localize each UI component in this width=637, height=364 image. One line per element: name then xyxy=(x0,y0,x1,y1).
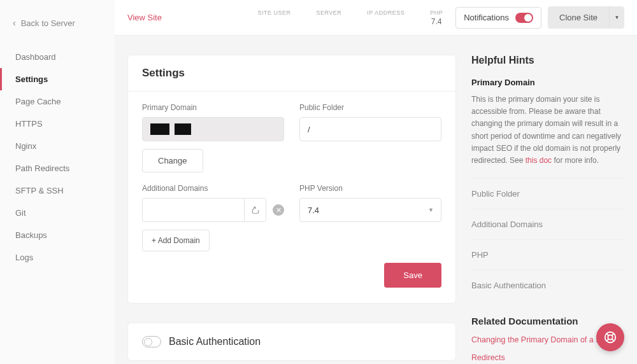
sidebar-item-dashboard[interactable]: Dashboard xyxy=(0,46,115,68)
meta-server: SERVER xyxy=(316,10,341,26)
meta-php: PHP 7.4 xyxy=(430,10,443,26)
public-folder-input[interactable] xyxy=(299,117,441,141)
help-fab[interactable] xyxy=(596,323,624,351)
sidebar-item-sftp-ssh[interactable]: SFTP & SSH xyxy=(0,179,115,202)
svg-line-4 xyxy=(612,333,614,335)
toggle-on-icon xyxy=(515,13,533,23)
additional-domains-label: Additional Domains xyxy=(142,184,284,193)
topbar: View Site SITE USER SERVER IP ADDRESS PH… xyxy=(115,0,637,36)
svg-line-5 xyxy=(606,339,608,341)
back-label: Back to Server xyxy=(21,18,75,28)
main-content: Settings Primary Domain Change xyxy=(115,36,637,364)
clone-site-button[interactable]: Clone Site xyxy=(548,6,609,29)
hints-link-php[interactable]: PHP xyxy=(471,239,624,270)
settings-title: Settings xyxy=(142,67,441,80)
notifications-toggle[interactable]: Notifications xyxy=(455,7,541,29)
related-link-1[interactable]: Redirects xyxy=(471,353,624,362)
add-domain-button[interactable]: + Add Domain xyxy=(142,230,210,251)
clone-site-group: Clone Site ▼ xyxy=(548,6,624,29)
hints-column: Helpful Hints Primary Domain This is the… xyxy=(471,55,624,351)
clone-site-dropdown[interactable]: ▼ xyxy=(609,6,624,29)
primary-domain-label: Primary Domain xyxy=(142,103,284,112)
redacted-text xyxy=(175,123,191,135)
sidebar-item-path-redirects[interactable]: Path Redirects xyxy=(0,157,115,179)
lifebuoy-icon xyxy=(603,330,617,344)
share-icon-button[interactable] xyxy=(244,199,266,221)
sidebar: ‹ Back to Server Dashboard Settings Page… xyxy=(0,0,115,364)
sidebar-item-backups[interactable]: Backups xyxy=(0,224,115,246)
sidebar-item-nginx[interactable]: Nginx xyxy=(0,135,115,157)
svg-line-3 xyxy=(612,339,614,341)
redacted-text xyxy=(150,123,169,135)
hints-primary-domain-heading: Primary Domain xyxy=(471,78,624,87)
public-folder-label: Public Folder xyxy=(299,103,441,112)
svg-line-2 xyxy=(606,333,608,335)
basic-auth-toggle[interactable] xyxy=(142,336,161,347)
chevron-left-icon: ‹ xyxy=(13,18,16,28)
hints-title: Helpful Hints xyxy=(471,55,624,66)
meta-site-user: SITE USER xyxy=(257,10,290,26)
settings-card: Settings Primary Domain Change xyxy=(127,55,456,304)
topbar-meta: SITE USER SERVER IP ADDRESS PHP 7.4 xyxy=(257,10,443,26)
back-to-server-link[interactable]: ‹ Back to Server xyxy=(0,13,115,33)
sidebar-item-git[interactable]: Git xyxy=(0,202,115,224)
view-site-link[interactable]: View Site xyxy=(127,13,162,22)
primary-domain-field xyxy=(142,117,284,141)
hints-link-basic-auth[interactable]: Basic Authentication xyxy=(471,270,624,300)
meta-ip: IP ADDRESS xyxy=(367,10,404,26)
svg-point-1 xyxy=(608,335,612,339)
php-version-label: PHP Version xyxy=(299,184,441,193)
close-icon: ✕ xyxy=(276,206,282,214)
save-button[interactable]: Save xyxy=(384,263,441,288)
caret-down-icon: ▼ xyxy=(615,15,620,20)
hints-doc-link[interactable]: this doc xyxy=(526,156,552,165)
related-docs-title: Related Documentation xyxy=(471,316,624,326)
remove-domain-button[interactable]: ✕ xyxy=(273,204,284,216)
share-icon xyxy=(251,206,260,214)
change-domain-button[interactable]: Change xyxy=(142,149,203,172)
hints-primary-domain-text: This is the primary domain your site is … xyxy=(471,94,624,167)
sidebar-item-settings[interactable]: Settings xyxy=(0,68,115,90)
sidebar-item-logs[interactable]: Logs xyxy=(0,246,115,269)
php-version-select[interactable] xyxy=(299,198,441,222)
basic-auth-card: Basic Authentication xyxy=(127,323,456,361)
sidebar-item-https[interactable]: HTTPS xyxy=(0,113,115,135)
hints-link-additional-domains[interactable]: Additional Domains xyxy=(471,209,624,239)
basic-auth-label: Basic Authentication xyxy=(169,336,261,347)
hints-link-public-folder[interactable]: Public Folder xyxy=(471,178,624,209)
sidebar-item-page-cache[interactable]: Page Cache xyxy=(0,90,115,113)
